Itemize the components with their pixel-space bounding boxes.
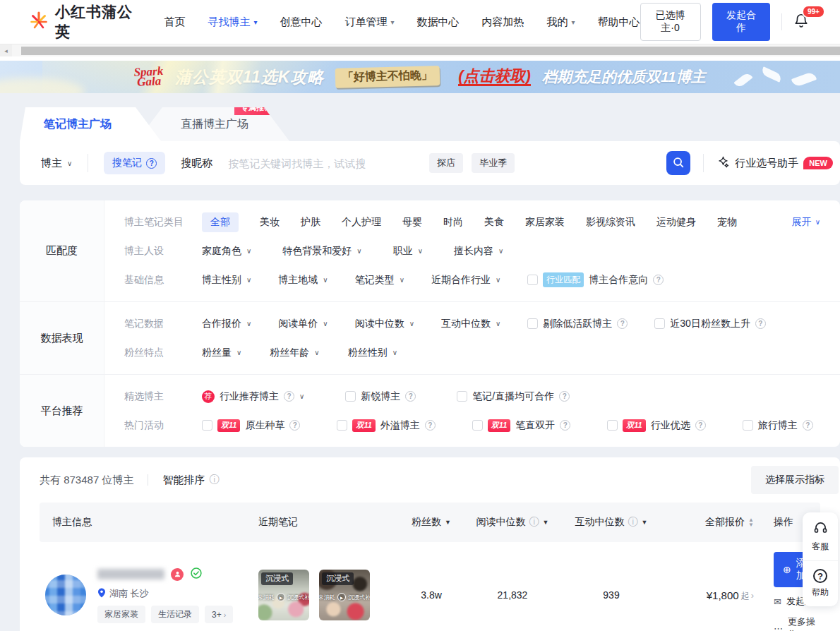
checkbox-double11-spillover[interactable]: 双11 外溢博主 ? bbox=[337, 419, 435, 432]
dropdown-industry-recommend[interactable]: 荐 行业推荐博主 ? ∨ bbox=[202, 390, 304, 403]
dropdown-read-unit-price[interactable]: 阅读单价∨ bbox=[278, 318, 328, 330]
dropdown-collab-price[interactable]: 合作报价∨ bbox=[202, 318, 251, 330]
checkbox[interactable] bbox=[743, 420, 753, 431]
help-icon[interactable]: ? bbox=[755, 318, 766, 329]
dropdown-background-hobby[interactable]: 特色背景和爱好∨ bbox=[282, 245, 361, 258]
customer-service-button[interactable]: 客服 bbox=[803, 512, 838, 560]
search-mode-note[interactable]: 搜笔记 ? bbox=[104, 152, 165, 174]
help-button[interactable]: ? 帮助 bbox=[803, 560, 838, 606]
sort-desc-icon[interactable]: ▼ bbox=[543, 519, 549, 526]
checkbox[interactable] bbox=[345, 391, 356, 402]
checkbox[interactable] bbox=[202, 420, 212, 431]
category-option[interactable]: 个人护理 bbox=[342, 216, 381, 229]
checkbox[interactable] bbox=[654, 318, 665, 329]
dropdown-content-skill[interactable]: 擅长内容∨ bbox=[454, 245, 503, 258]
dropdown-gender[interactable]: 博主性别∨ bbox=[202, 274, 251, 287]
dropdown-interact-median[interactable]: 互动中位数∨ bbox=[441, 318, 500, 330]
help-icon[interactable]: ? bbox=[695, 420, 706, 431]
category-option[interactable]: 美食 bbox=[484, 216, 504, 229]
sort-desc-icon[interactable]: ▼ bbox=[445, 519, 451, 526]
category-option[interactable]: 影视综资讯 bbox=[586, 216, 635, 229]
help-icon[interactable]: ? bbox=[289, 420, 300, 431]
help-icon[interactable]: ? bbox=[617, 318, 628, 329]
dropdown-fans-gender[interactable]: 粉丝性别∨ bbox=[348, 347, 397, 359]
industry-assistant-link[interactable]: 行业选号助手 NEW bbox=[716, 155, 833, 171]
help-icon[interactable]: ? bbox=[653, 275, 664, 285]
search-button[interactable] bbox=[666, 151, 690, 175]
search-input[interactable] bbox=[228, 157, 429, 169]
checkbox[interactable] bbox=[607, 420, 618, 431]
help-icon[interactable]: ? bbox=[146, 158, 157, 169]
header-fans-count[interactable]: 粉丝数 ▼ bbox=[400, 516, 463, 529]
note-thumbnail[interactable]: 沉浸式 日常消耗 ▶ 沉浸式补货 bbox=[258, 570, 309, 620]
checkbox-industry-match-intent[interactable]: 行业匹配 博主合作意向 ? bbox=[527, 272, 664, 287]
dropdown-occupation[interactable]: 职业∨ bbox=[393, 245, 423, 258]
info-icon[interactable]: ⓘ bbox=[209, 474, 219, 486]
more-actions-link[interactable]: ⋯ 更多操作 bbox=[774, 615, 824, 631]
brand-logo[interactable]: 小红书蒲公英 bbox=[28, 2, 136, 42]
help-icon[interactable]: ? bbox=[560, 420, 570, 431]
price-cell[interactable]: ¥1,800 起 › bbox=[661, 589, 774, 602]
checkbox-fans-rising-30d[interactable]: 近30日粉丝数上升 ? bbox=[654, 318, 766, 330]
checkbox[interactable] bbox=[527, 275, 538, 285]
checkbox-note-live-both[interactable]: 笔记/直播均可合作 ? bbox=[457, 390, 570, 403]
table-row[interactable]: 湖南 长沙 家居家装 生活记录 3+ › bbox=[40, 542, 820, 631]
category-option[interactable]: 运动健身 bbox=[656, 216, 696, 229]
dropdown-recent-industry[interactable]: 近期合作行业∨ bbox=[431, 274, 500, 287]
avatar[interactable] bbox=[45, 575, 86, 615]
header-read-median[interactable]: 阅读中位数 ⓘ ▼ bbox=[463, 516, 562, 529]
hot-keyword-biyeji[interactable]: 毕业季 bbox=[472, 153, 515, 173]
help-icon[interactable]: ? bbox=[405, 391, 416, 402]
dropdown-fans-age[interactable]: 粉丝年龄∨ bbox=[270, 347, 319, 359]
blogger-tag-more[interactable]: 3+ › bbox=[205, 606, 233, 623]
expand-link[interactable]: 展开∨ bbox=[792, 216, 820, 229]
info-icon[interactable]: ⓘ bbox=[529, 516, 539, 529]
hot-keyword-tandian[interactable]: 探店 bbox=[429, 153, 463, 173]
header-price[interactable]: 全部报价 ▲▼ bbox=[661, 516, 774, 529]
category-option[interactable]: 美妆 bbox=[260, 216, 280, 229]
category-option[interactable]: 全部 bbox=[202, 212, 239, 232]
sort-both-icon[interactable]: ▲▼ bbox=[748, 517, 754, 527]
nav-mine[interactable]: 我的▾ bbox=[546, 16, 575, 29]
nav-content-heat[interactable]: 内容加热 bbox=[481, 16, 524, 29]
horizontal-scrollbar[interactable]: ◂ bbox=[0, 44, 840, 56]
start-collab-button[interactable]: 发起合作 bbox=[712, 3, 771, 41]
checkbox-double11-note-live[interactable]: 双11 笔直双开 ? bbox=[472, 419, 570, 432]
search-scope-dropdown[interactable]: 博主 ∨ bbox=[41, 157, 72, 170]
category-option[interactable]: 母婴 bbox=[402, 216, 422, 229]
checkbox[interactable] bbox=[457, 391, 467, 402]
category-option[interactable]: 家居家装 bbox=[525, 216, 565, 229]
choose-metrics-button[interactable]: 选择展示指标 bbox=[751, 466, 839, 494]
selected-bloggers-button[interactable]: 已选博主·0 bbox=[640, 3, 701, 41]
header-interact-median[interactable]: 互动中位数 ⓘ ▼ bbox=[562, 516, 661, 529]
notification-bell-icon[interactable]: 99+ bbox=[793, 12, 809, 32]
scroll-left-icon[interactable]: ◂ bbox=[0, 44, 12, 56]
dropdown-family-role[interactable]: 家庭角色∨ bbox=[202, 245, 251, 258]
checkbox-double11-native[interactable]: 双11 原生种草 ? bbox=[202, 419, 300, 432]
promo-banner[interactable]: SparkGala 蒲公英双11选K攻略 「好博主不怕晚」 (点击获取) 档期充… bbox=[0, 61, 840, 93]
checkbox-travel-blogger[interactable]: 旅行博主 ? bbox=[743, 419, 813, 432]
blogger-name-blurred[interactable] bbox=[97, 569, 164, 579]
checkbox[interactable] bbox=[472, 420, 483, 431]
sort-desc-icon[interactable]: ▼ bbox=[642, 519, 648, 526]
search-mode-nickname[interactable]: 搜昵称 bbox=[181, 157, 212, 170]
dropdown-region[interactable]: 博主地域∨ bbox=[278, 274, 328, 287]
help-icon[interactable]: ? bbox=[803, 420, 813, 431]
nav-find-blogger[interactable]: 寻找博主▾ bbox=[208, 16, 257, 29]
info-icon[interactable]: ⓘ bbox=[628, 516, 638, 529]
smart-sort-control[interactable]: 智能排序 ⓘ bbox=[162, 474, 219, 487]
nav-creative-center[interactable]: 创意中心 bbox=[280, 16, 322, 29]
category-option[interactable]: 时尚 bbox=[443, 216, 463, 229]
nav-data-center[interactable]: 数据中心 bbox=[416, 16, 459, 29]
nav-help-center[interactable]: 帮助中心 bbox=[598, 16, 640, 29]
help-icon[interactable]: ? bbox=[425, 420, 436, 431]
checkbox-remove-low-active[interactable]: 剔除低活跃博主 ? bbox=[527, 318, 628, 330]
category-option[interactable]: 护肤 bbox=[301, 216, 320, 229]
note-thumbnail[interactable]: 沉浸式 日常消耗 ▶ 沉浸式补货 bbox=[319, 570, 370, 620]
category-option[interactable]: 宠物 bbox=[717, 216, 737, 229]
checkbox[interactable] bbox=[337, 420, 347, 431]
dropdown-fans-count[interactable]: 粉丝量∨ bbox=[202, 347, 241, 359]
dropdown-read-median[interactable]: 阅读中位数∨ bbox=[355, 318, 414, 330]
help-icon[interactable]: ? bbox=[559, 391, 570, 402]
tab-note-blogger-plaza[interactable]: 笔记博主广场 bbox=[20, 107, 161, 141]
